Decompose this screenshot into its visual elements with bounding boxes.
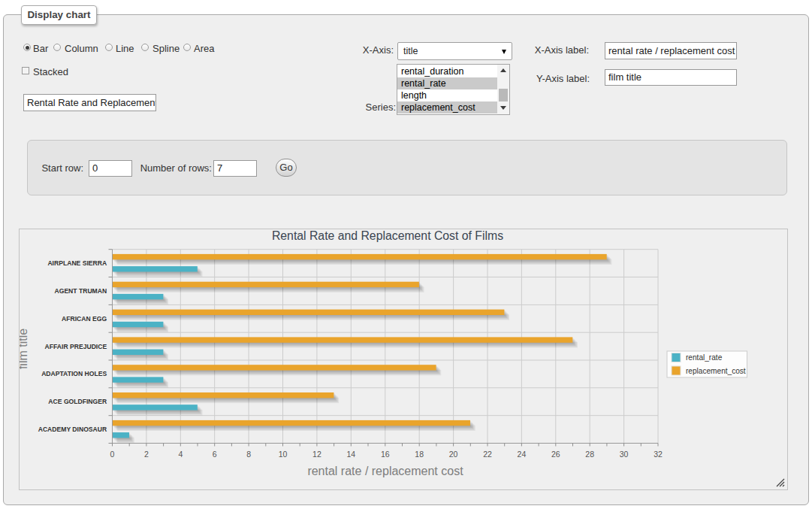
svg-text:12: 12	[312, 450, 321, 459]
svg-text:AGENT TRUMAN: AGENT TRUMAN	[54, 287, 107, 295]
svg-text:film title: film title	[20, 329, 29, 369]
svg-text:AIRPLANE SIERRA: AIRPLANE SIERRA	[47, 259, 107, 267]
svg-text:32: 32	[654, 450, 663, 459]
svg-text:18: 18	[415, 450, 424, 459]
svg-text:rental rate / replacement cost: rental rate / replacement cost	[307, 465, 463, 477]
svg-text:ADAPTATION HOLES: ADAPTATION HOLES	[41, 370, 107, 377]
svg-text:28: 28	[585, 450, 594, 459]
svg-text:24: 24	[518, 450, 527, 459]
svg-text:2: 2	[144, 450, 149, 459]
svg-text:6: 6	[213, 450, 217, 459]
svg-text:14: 14	[346, 450, 355, 459]
svg-text:8: 8	[246, 450, 251, 459]
svg-text:Rental Rate and Replacement Co: Rental Rate and Replacement Cost of Film…	[272, 229, 503, 242]
svg-text:4: 4	[178, 450, 183, 459]
svg-text:rental_rate: rental_rate	[686, 353, 723, 362]
svg-text:30: 30	[620, 450, 629, 459]
svg-text:ACADEMY DINOSAUR: ACADEMY DINOSAUR	[38, 426, 107, 433]
svg-text:ACE GOLDFINGER: ACE GOLDFINGER	[48, 398, 107, 405]
svg-text:0: 0	[110, 450, 115, 459]
svg-text:22: 22	[483, 450, 492, 459]
svg-text:replacement_cost: replacement_cost	[686, 367, 746, 375]
svg-text:AFRICAN EGG: AFRICAN EGG	[62, 315, 107, 323]
svg-text:10: 10	[279, 450, 288, 459]
svg-text:20: 20	[449, 450, 458, 459]
svg-text:26: 26	[551, 450, 560, 459]
svg-text:16: 16	[381, 450, 390, 459]
svg-text:AFFAIR PREJUDICE: AFFAIR PREJUDICE	[45, 343, 107, 350]
